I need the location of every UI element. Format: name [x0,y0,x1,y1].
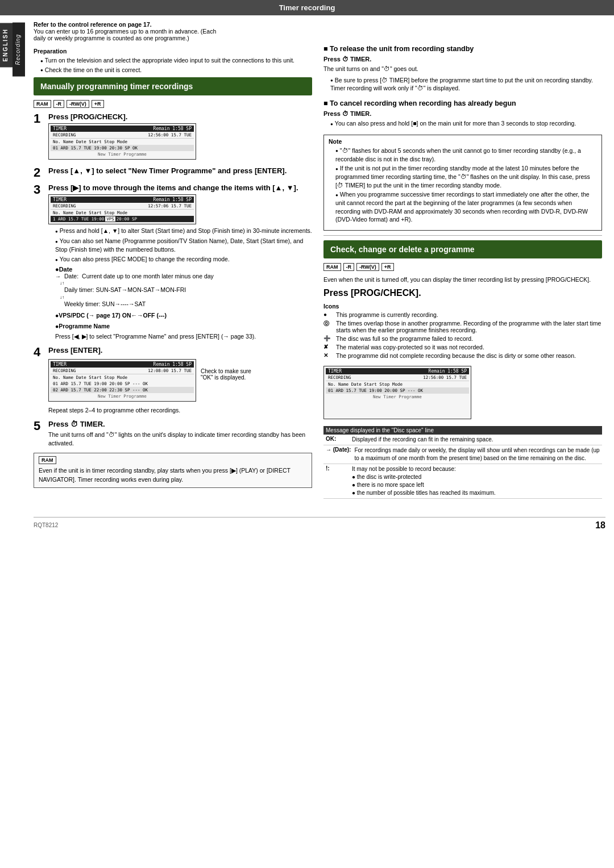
screen-3-wrapper: TIMER Remain 1:58 SP RECORDING 12:08:00 … [48,357,312,404]
icons-section: Icons ● This programme is currently reco… [323,303,602,359]
message-key-date: → (Date): [326,446,351,462]
screen-4-subheader: RECORDING 12:56:00 15.7 TUE [326,374,469,381]
icon-symbol-3: ➕ [323,335,333,341]
step-5-title: Press ⏱ TIMER. [48,420,312,428]
screen-3-row1: 01 ARD 15.7 TUE 19:00 20:00 SP --- OK [51,381,194,387]
release-bullet-1: Be sure to press [⏱ TIMER] before the pr… [330,76,602,93]
message-val-date: For recordings made daily or weekly, the… [354,446,600,462]
cancel-heading: ■ To cancel recording when recording has… [323,99,602,107]
model-number: RQT8212 [34,522,58,528]
icon-text-5: The programme did not complete recording… [336,352,576,359]
message-table-container: Message displayed in the "Disc space" li… [323,426,602,499]
badge-ram: RAM [34,100,51,108]
screen-1-footer: New Timer Programme [51,151,194,157]
note-bullets: "⏱" flashes for about 5 seconds when the… [329,147,597,224]
message-key-ok: OK: [326,436,349,444]
icon-symbol-4: ✘ [323,344,333,350]
divider [323,235,602,236]
preparation-title: Preparation [34,48,312,55]
step-5-text: The unit turns off and "⏱" lights on the… [48,431,312,449]
screen-4-row1: 01 ARD 15.7 TUE 19:00 20:00 SP --- OK [326,387,469,394]
screen-2-cols: No. Name Date Start Stop Mode [51,210,194,216]
step-1-title: Press [PROG/CHECK]. [48,112,312,121]
date-section: ●Date → Date: Current date up to one mon… [55,266,312,309]
badge-r: -R [53,100,65,108]
check-badge-plus: +R [381,263,394,271]
screen-3-header: TIMER Remain 1:58 SP [51,361,194,368]
icon-row-1: ● This programme is currently recording. [323,311,602,318]
screen-4-empty1 [326,400,469,406]
header-title: Timer recording [279,3,335,12]
preparation-bullets: Turn on the television and select the ap… [34,56,312,74]
screen-3-cols: No. Name Date Start Stop Mode [51,374,194,381]
step-3-title: Press [▶] to move through the items and … [48,183,312,192]
cancel-bullets: You can also press and hold [■] on the m… [323,119,602,128]
daily-timer: Daily timer: SUN-SAT→MON-SAT→MON-FRI [64,286,312,295]
step-5: 5 Press ⏱ TIMER. The unit turns off and … [34,420,312,449]
step-4-number: 4 [34,346,44,358]
recording-tab: Recording [13,23,25,77]
prep-bullet-1: Turn on the television and select the ap… [40,56,312,65]
step-3-bullet-1: Press and hold [▲, ▼] to alter Start (St… [48,227,312,235]
screen-4-empty2 [326,406,469,411]
step-3-number: 3 [34,183,44,196]
screen-1-subheader: RECORDING 12:56:00 15.7 TUE [51,132,194,139]
icon-row-2: ⓪ The times overlap those in another pro… [323,320,602,333]
icon-text-3: The disc was full so the programme faile… [336,335,473,342]
message-val-excl: It may not be possible to record because… [352,465,600,497]
screen-mockup-1: TIMER Remain 1:58 SP RECORDING 12:56:00 … [48,123,196,160]
weekly-timer: Weekly timer: SUN→----→SAT [64,300,312,309]
screen-3-row2: 02 ARD 15.7 TUE 22:00 22:30 SP --- OK [51,387,194,393]
release-bullets: Be sure to press [⏱ TIMER] before the pr… [323,76,602,93]
step-5-number: 5 [34,420,44,432]
check-badge-ram: RAM [323,263,341,271]
screen-4-header: TIMER Remain 1:58 SP [326,368,469,374]
prep-bullet-2: Check the time on the unit is correct. [40,66,312,74]
screen-2-row1: 1 ARD 15.7 TUE 19:00 VPS 20:00 SP [51,216,194,222]
ram-note-text: Even if the unit is in timer recording s… [39,466,307,485]
cancel-bullet-1: You can also press and hold [■] on the m… [330,119,602,128]
icon-symbol-1: ● [323,311,333,318]
prog-name-title: ●Programme Name [55,322,312,331]
right-column: ■ To release the unit from recording sta… [323,45,602,506]
message-key-excl: !: [326,465,349,497]
step-4-content: Press [ENTER]. TIMER Remain 1:58 SP RECO… [48,346,312,415]
arrow-right-icon: → [55,273,61,279]
note-title: Note [329,138,597,145]
check-heading-box: Check, change or delete a programme [323,240,602,258]
release-heading: ■ To release the unit from recording sta… [323,45,602,53]
step-1: 1 Press [PROG/CHECK]. TIMER Remain 1:58 … [34,112,312,162]
step-2-number: 2 [34,166,44,179]
check-label: Check to make sure "OK" is displayed. [201,368,258,381]
left-column: Preparation Turn on the television and s… [34,45,312,506]
icon-text-1: This programme is currently recording. [336,311,438,318]
screen-mockup-3: TIMER Remain 1:58 SP RECORDING 12:08:00 … [48,359,196,402]
note-box: Note "⏱" flashes for about 5 seconds whe… [323,135,602,231]
screen-1-header: TIMER Remain 1:58 SP [51,126,194,132]
message-val-ok: Displayed if the recording can fit in th… [352,436,600,444]
page-wrapper: Timer recording ENGLISH Recording Refer … [0,0,614,868]
icon-row-4: ✘ The material was copy-protected so it … [323,344,602,350]
message-row-date: → (Date): For recordings made daily or w… [323,445,602,464]
note-bullet-2: If the unit is not put in the timer reco… [335,164,597,189]
badge-plus: +R [92,100,104,108]
step-2: 2 Press [▲, ▼] to select "New Timer Prog… [34,166,312,179]
icon-row-3: ➕ The disc was full so the programme fai… [323,335,602,342]
screen-3-footer: New Timer Programme [51,393,194,399]
screen-4-cols: No. Name Date Start Stop Mode [326,381,469,387]
icons-heading: Icons [323,303,602,310]
release-section: ■ To release the unit from recording sta… [323,45,602,93]
top-header: Timer recording [0,0,614,15]
format-badges: RAM -R -RW(V) +R [34,100,312,108]
arrow-down-icon-2: ↓↑ [60,295,312,300]
release-text1: The unit turns on and "⏱" goes out. [323,65,602,74]
screen-4-footer: New Timer Programme [326,394,469,400]
date-title: ●Date [55,266,312,273]
check-press-heading: Press [PROG/CHECK]. [323,288,602,298]
content-area: Refer to the control reference on page 1… [25,15,614,536]
step-2-title: Press [▲, ▼] to select "New Timer Progra… [48,166,312,175]
english-tab: ENGLISH [0,23,13,67]
message-row-ok: OK: Displayed if the recording can fit i… [323,435,602,445]
step-2-content: Press [▲, ▼] to select "New Timer Progra… [48,166,312,177]
date-text: Current date up to one month later minus… [82,273,214,279]
